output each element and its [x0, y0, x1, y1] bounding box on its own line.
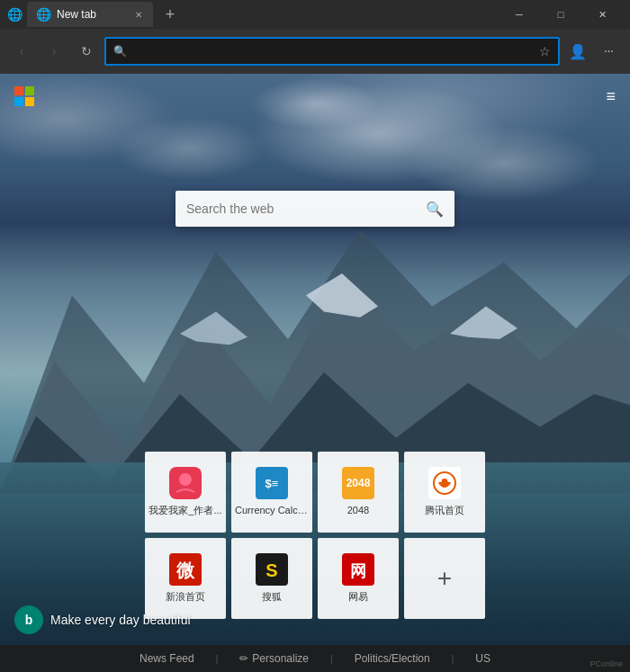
footer-politics[interactable]: Politics/Election [355, 652, 430, 665]
tile-currency[interactable]: $≡ Currency Calcu... [231, 452, 312, 533]
footer-personalize[interactable]: ✏ Personalize [239, 652, 309, 665]
search-input[interactable] [186, 202, 418, 216]
active-tab[interactable]: 🌐 New tab ✕ [27, 2, 153, 27]
bookmark-star-icon[interactable]: ☆ [539, 44, 551, 58]
microsoft-logo [14, 86, 34, 106]
tile-tencent[interactable]: 腾讯首页 [404, 452, 485, 533]
tile-sohu-label: 搜狐 [262, 591, 282, 603]
svg-text:微: 微 [176, 560, 195, 580]
tab-favicon: 🌐 [36, 7, 51, 22]
footer-us[interactable]: US [475, 652, 490, 665]
tile-woaiwojia-label: 我爱我家_作者... [148, 505, 221, 516]
tile-2048[interactable]: 2048 2048 [318, 452, 399, 533]
svg-point-9 [447, 479, 451, 482]
tile-sohu[interactable]: S 搜狐 [231, 538, 312, 619]
ms-logo-blue [14, 97, 23, 106]
address-bar-actions: 👤 ··· [563, 37, 623, 66]
footer-news-feed[interactable]: News Feed [140, 652, 194, 665]
personalize-label: Personalize [252, 652, 309, 665]
tile-sina-label: 新浪首页 [166, 591, 205, 603]
tab-title: New tab [57, 8, 128, 21]
tile-tencent-label: 腾讯首页 [425, 505, 464, 516]
add-site-icon: + [437, 564, 452, 593]
back-button[interactable]: ‹ [7, 37, 36, 66]
personalize-icon: ✏ [239, 652, 248, 665]
bing-logo: b [14, 605, 43, 634]
bing-bar: b Make every day beautiful [14, 605, 191, 634]
tile-sohu-icon: S [256, 553, 288, 586]
tile-2048-icon: 2048 [342, 467, 374, 499]
tab-close-button[interactable]: ✕ [133, 8, 144, 22]
pcol-watermark: PConline [590, 659, 623, 668]
window-controls: ─ □ ✕ [499, 0, 623, 29]
minimize-button[interactable]: ─ [499, 0, 540, 29]
bing-slogan: Make every day beautiful [50, 613, 191, 627]
tile-2048-label: 2048 [347, 505, 369, 516]
title-bar: 🌐 🌐 New tab ✕ + ─ □ ✕ [0, 0, 630, 29]
url-input[interactable] [132, 45, 534, 58]
url-box[interactable]: 🔍 ☆ [104, 37, 560, 66]
svg-text:网: 网 [350, 562, 366, 580]
footer-divider-1: | [216, 654, 219, 664]
tile-netease[interactable]: 网 网易 [318, 538, 399, 619]
tile-netease-icon: 网 [342, 553, 374, 586]
footer-divider-2: | [330, 654, 333, 664]
settings-more-button[interactable]: ··· [594, 37, 623, 66]
svg-text:S: S [266, 560, 277, 580]
restore-button[interactable]: □ [540, 0, 581, 29]
browser-icon: 🌐 [7, 7, 22, 22]
tile-currency-icon: $≡ [256, 467, 288, 499]
tile-currency-label: Currency Calcu... [235, 505, 309, 516]
new-tab-page: ≡ 🔍 我爱我家_作者... $≡ Currency Calcu... 2048… [0, 74, 630, 672]
svg-point-6 [179, 473, 192, 486]
svg-point-8 [438, 479, 442, 482]
page-top-bar: ≡ [0, 74, 630, 119]
url-search-icon: 🔍 [113, 45, 127, 58]
ms-logo-red [14, 86, 23, 95]
quick-links-grid: 我爱我家_作者... $≡ Currency Calcu... 2048 204… [145, 452, 485, 619]
tile-sina-icon: 微 [169, 553, 202, 586]
bing-letter: b [25, 613, 33, 627]
search-box[interactable]: 🔍 [176, 191, 454, 227]
tile-add[interactable]: + [404, 538, 485, 619]
forward-button[interactable]: › [40, 37, 68, 66]
tile-woaiwojia[interactable]: 我爱我家_作者... [145, 452, 226, 533]
footer-divider-3: | [452, 654, 454, 664]
ms-logo-green [25, 86, 34, 95]
tile-tencent-icon [428, 467, 461, 499]
address-bar: ‹ › ↻ 🔍 ☆ 👤 ··· [0, 29, 630, 74]
user-profile-button[interactable]: 👤 [563, 37, 592, 66]
search-button-icon[interactable]: 🔍 [426, 201, 444, 218]
new-tab-button[interactable]: + [158, 3, 182, 26]
close-button[interactable]: ✕ [581, 0, 623, 29]
hamburger-menu-icon[interactable]: ≡ [606, 87, 616, 106]
tile-woaiwojia-icon [169, 467, 202, 499]
footer-nav: News Feed | ✏ Personalize | Politics/Ele… [0, 645, 630, 672]
ms-logo-yellow [25, 97, 34, 106]
search-container: 🔍 [176, 191, 454, 227]
refresh-button[interactable]: ↻ [72, 37, 101, 66]
tile-netease-label: 网易 [348, 591, 368, 603]
